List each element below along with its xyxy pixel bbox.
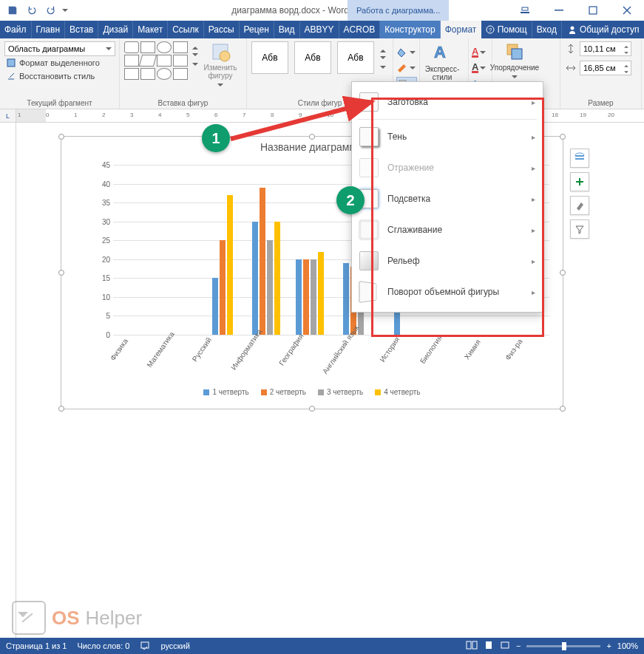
tab-layout[interactable]: Макет: [133, 21, 168, 38]
svg-rect-14: [575, 155, 584, 157]
qat-more-icon[interactable]: [62, 9, 68, 15]
view-read-icon[interactable]: [466, 640, 478, 652]
group-size: Размер: [565, 98, 637, 107]
document-area[interactable]: Название диаграммы 051015202530354045 Фи…: [16, 123, 644, 638]
tab-format[interactable]: Формат: [441, 21, 482, 38]
zoom-level[interactable]: 100%: [617, 641, 638, 650]
chart-x-labels: ФизикаМатематикаРусскийИнформатикаГеогра…: [113, 338, 549, 382]
change-shape-button[interactable]: Изменить фигуру: [203, 41, 238, 89]
styles-up-icon[interactable]: [380, 47, 386, 52]
reset-style-button[interactable]: Восстановить стиль: [4, 69, 115, 83]
format-selection-button[interactable]: Формат выделенного: [4, 56, 115, 69]
svg-point-9: [220, 51, 230, 61]
svg-rect-1: [522, 7, 528, 10]
tab-file[interactable]: Файл: [0, 21, 32, 38]
shapes-gallery[interactable]: [124, 41, 188, 80]
chart-styles-button[interactable]: [570, 196, 589, 215]
svg-rect-17: [141, 642, 149, 648]
shape-style-3[interactable]: Абв: [337, 41, 374, 74]
annotation-badge-2: 2: [336, 186, 365, 214]
zoom-in-button[interactable]: +: [606, 641, 611, 650]
fx-soft-edges[interactable]: Сглаживание▸: [352, 214, 543, 245]
shape-effects-menu: Заготовка▸ Тень▸ Отражение▸ Подсветка▸ С…: [351, 81, 543, 313]
fx-shadow[interactable]: Тень▸: [352, 121, 543, 152]
svg-rect-0: [521, 12, 529, 13]
qat-save-icon[interactable]: [4, 2, 21, 18]
chart-element-selector[interactable]: Область диаграммы: [4, 41, 115, 56]
annotation-badge-1: 1: [202, 124, 230, 152]
watermark: OSHelper: [12, 601, 142, 635]
chart-legend[interactable]: 1 четверть2 четверть3 четверть4 четверть: [61, 388, 563, 396]
styles-down-icon[interactable]: [380, 56, 386, 62]
svg-rect-20: [486, 641, 492, 649]
maximize-button[interactable]: [576, 0, 610, 21]
ruler-corner[interactable]: L: [0, 109, 16, 122]
tab-abbyy[interactable]: ABBYY: [300, 21, 339, 38]
text-outline-button[interactable]: A: [472, 61, 492, 75]
tab-review[interactable]: Рецен: [240, 21, 274, 38]
height-input[interactable]: 10,11 см: [580, 41, 631, 56]
ruler-vertical[interactable]: [0, 123, 16, 638]
status-spellcheck-icon[interactable]: [140, 640, 150, 652]
svg-rect-21: [501, 642, 509, 648]
arrange-button[interactable]: Упорядочение: [497, 41, 532, 81]
tab-references[interactable]: Ссылк: [168, 21, 204, 38]
shapes-more-icon[interactable]: [192, 63, 198, 69]
svg-text:?: ?: [489, 27, 492, 33]
context-tab-title: Работа с диаграмма...: [348, 0, 449, 21]
qat-redo-icon[interactable]: [43, 2, 59, 18]
fx-bevel[interactable]: Рельеф▸: [352, 245, 543, 276]
minimize-button[interactable]: [542, 0, 576, 21]
tab-design[interactable]: Дизай: [98, 21, 133, 38]
shape-style-2[interactable]: Абв: [294, 41, 331, 74]
status-words[interactable]: Число слов: 0: [77, 641, 129, 650]
shapes-down-icon[interactable]: [192, 53, 198, 59]
tab-help[interactable]: ? Помощ: [481, 21, 532, 38]
svg-rect-19: [472, 641, 477, 649]
svg-point-6: [570, 27, 574, 30]
tab-insert[interactable]: Встав: [65, 21, 98, 38]
svg-rect-2: [555, 10, 563, 11]
tab-acrobat[interactable]: ACROB: [339, 21, 381, 38]
shape-fill-button[interactable]: [396, 46, 417, 59]
svg-text:A: A: [434, 43, 446, 61]
svg-rect-13: [512, 49, 522, 59]
qat-undo-icon[interactable]: [24, 2, 40, 18]
close-button[interactable]: [610, 0, 644, 21]
tab-share[interactable]: Общий доступ: [562, 21, 644, 38]
width-input[interactable]: 16,85 см: [580, 61, 631, 75]
styles-more-icon[interactable]: [380, 66, 386, 72]
shape-style-1[interactable]: Абв: [251, 41, 288, 74]
fx-glow[interactable]: Подсветка▸: [352, 183, 543, 214]
ribbon-options-icon[interactable]: [508, 0, 542, 21]
text-fill-button[interactable]: A: [472, 46, 492, 59]
view-web-icon[interactable]: [500, 640, 510, 652]
tab-mailings[interactable]: Рассы: [204, 21, 240, 38]
tab-constructor[interactable]: Конструктор: [380, 21, 440, 38]
chart-filters-button[interactable]: [570, 219, 589, 239]
zoom-slider[interactable]: [526, 645, 600, 647]
tab-view[interactable]: Вид: [274, 21, 300, 38]
tab-home[interactable]: Главн: [32, 21, 66, 38]
svg-rect-15: [575, 158, 584, 160]
layout-options-button[interactable]: [570, 149, 589, 168]
tab-signin[interactable]: Вход: [532, 21, 562, 38]
width-icon: [565, 62, 577, 74]
group-current-fragment: Текущий фрагмент: [4, 98, 115, 107]
svg-rect-18: [467, 641, 471, 649]
ruler-horizontal[interactable]: 101234567891011121314151617181920: [16, 109, 644, 122]
svg-rect-7: [7, 59, 15, 67]
zoom-out-button[interactable]: −: [516, 641, 521, 650]
chart-elements-button[interactable]: [570, 172, 589, 191]
status-page[interactable]: Страница 1 из 1: [6, 641, 67, 650]
height-icon: [565, 43, 577, 55]
group-insert-shapes: Вставка фигур: [124, 98, 242, 107]
view-print-icon[interactable]: [484, 640, 494, 652]
fx-preset[interactable]: Заготовка▸: [352, 86, 543, 117]
fx-reflection[interactable]: Отражение▸: [352, 152, 543, 183]
shape-outline-button[interactable]: [396, 61, 417, 75]
svg-rect-3: [589, 7, 597, 14]
fx-3d-rotation[interactable]: Поворот объемной фигуры▸: [352, 276, 543, 307]
status-language[interactable]: русский: [160, 641, 189, 650]
shapes-up-icon[interactable]: [192, 44, 198, 50]
